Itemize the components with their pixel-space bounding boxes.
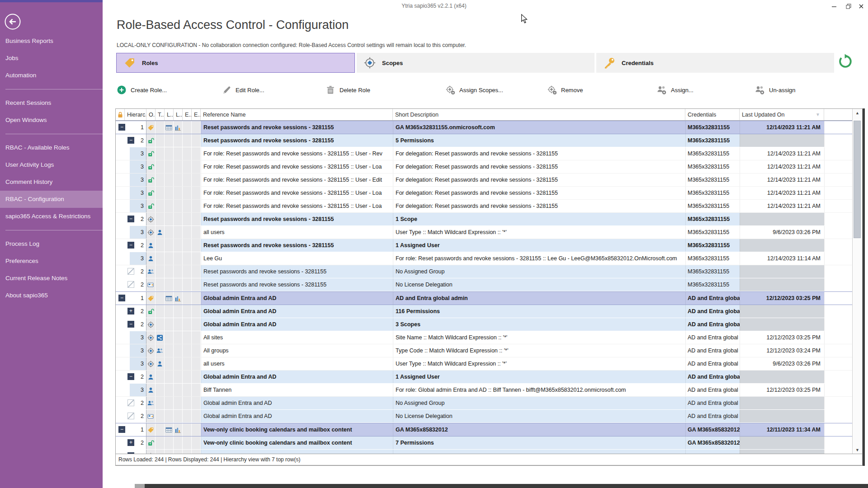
table-row[interactable]: −1Reset passwords and revoke sessions - …: [116, 121, 853, 134]
chart-icon: [175, 124, 181, 131]
un-assign-button[interactable]: Un-assign: [755, 81, 796, 99]
icon-cell: [156, 174, 165, 186]
tab-credentials[interactable]: Credentials: [596, 53, 834, 73]
collapse-button[interactable]: −: [127, 321, 134, 328]
header-lock-column[interactable]: [116, 109, 125, 120]
hierarchy-cell: −2: [116, 371, 146, 383]
sidebar-divider: [5, 230, 103, 230]
collapse-button[interactable]: −: [127, 373, 134, 380]
table-row[interactable]: 2Reset passwords and revoke sessions - 3…: [116, 265, 853, 278]
table-row[interactable]: +2Vew-only clinic booking calendars and …: [116, 436, 853, 450]
reference-name-cell: For role: Reset passwords and revoke ses…: [201, 200, 393, 212]
reference-name-cell: All groups: [201, 344, 393, 357]
empty-cell: [824, 239, 853, 252]
header-icon-column-4[interactable]: E...: [183, 109, 192, 120]
credentials-cell: M365x32831155: [685, 147, 740, 160]
table-row[interactable]: 3For role: Reset passwords and revoke se…: [116, 200, 853, 213]
expand-button[interactable]: +: [127, 439, 134, 446]
header-short-description[interactable]: Short Description: [393, 109, 685, 120]
table-row[interactable]: 2Reset passwords and revoke sessions - 3…: [116, 278, 853, 291]
table-row[interactable]: 2Global admin Entra and ADNo Assigned Gr…: [116, 397, 853, 410]
hierarchy-level: 2: [141, 278, 144, 291]
icon-cell: [192, 200, 201, 212]
header-icon-column-0[interactable]: O..: [146, 109, 156, 120]
reference-name-cell: Reset passwords and revoke sessions - 32…: [201, 213, 393, 225]
last-updated-cell: [740, 213, 824, 225]
remove-button[interactable]: Remove: [547, 81, 583, 99]
table-row[interactable]: 3all usersUser Type :: Match Wildcard Ex…: [116, 357, 853, 371]
table-row[interactable]: −2Reset passwords and revoke sessions - …: [116, 239, 853, 252]
table-row[interactable]: 3Biff TannenFor role: Global admin Entra…: [116, 384, 853, 397]
table-row[interactable]: 3All sitesSite Name :: Match Wildcard Ex…: [116, 331, 853, 344]
lock-open-icon: [147, 150, 154, 157]
sidebar-item-about-sapio365[interactable]: About sapio365: [0, 287, 103, 304]
table-row[interactable]: −2Global admin Entra and AD1 Assigned Us…: [116, 371, 853, 384]
delete-role-button[interactable]: Delete Role: [326, 81, 370, 99]
table-row[interactable]: 3all usersUser Type :: Match Wildcard Ex…: [116, 226, 853, 239]
last-updated-cell: [740, 397, 824, 409]
vertical-scrollbar[interactable]: ▲ ▼: [852, 109, 862, 454]
table-row[interactable]: 3All groupsType Code :: Match Wildcard E…: [116, 344, 853, 357]
minimize-button[interactable]: [827, 1, 841, 12]
tab-scopes[interactable]: Scopes: [357, 53, 594, 73]
header-icon-column-5[interactable]: E...: [192, 109, 201, 120]
header-last-updated-on[interactable]: Last Updated On▼: [740, 109, 824, 120]
sidebar-item-user-activity-logs[interactable]: User Activity Logs: [0, 156, 103, 174]
close-button[interactable]: [854, 1, 868, 12]
sidebar-item-preferences[interactable]: Preferences: [0, 253, 103, 270]
sidebar-item-business-reports[interactable]: Business Reports: [0, 33, 103, 50]
sidebar-item-sapio365-access-restrictions[interactable]: sapio365 Access & Restrictions: [0, 208, 103, 225]
collapse-button[interactable]: −: [127, 242, 134, 249]
table-row[interactable]: 3For role: Reset passwords and revoke se…: [116, 174, 853, 187]
scroll-down-icon[interactable]: ▼: [853, 446, 862, 454]
table-row[interactable]: 3For role: Reset passwords and revoke se…: [116, 187, 853, 200]
sidebar-top-strip: [0, 0, 103, 2]
reference-name-cell: For role: Reset passwords and revoke ses…: [201, 160, 393, 173]
assign-scopes-button[interactable]: Assign Scopes...: [445, 81, 503, 99]
remove-scope-icon: [547, 85, 557, 95]
header-icon-column-1[interactable]: T...: [156, 109, 165, 120]
header-icon-column-2[interactable]: L...: [165, 109, 174, 120]
table-row[interactable]: −2Reset passwords and revoke sessions - …: [116, 213, 853, 226]
refresh-button[interactable]: [838, 54, 853, 69]
collapse-button[interactable]: −: [118, 295, 125, 301]
tab-roles[interactable]: Roles: [116, 53, 355, 73]
sidebar-item-comment-history[interactable]: Comment History: [0, 174, 103, 191]
collapse-button[interactable]: −: [127, 216, 134, 222]
create-role-button[interactable]: Create Role...: [117, 81, 167, 99]
hierarchy-cell: 2: [116, 278, 146, 291]
scrollbar-thumb[interactable]: [854, 121, 861, 238]
table-row[interactable]: 3Lee GuFor role: Reset passwords and rev…: [116, 252, 853, 265]
table-row[interactable]: +2Global admin Entra and AD116 Permissio…: [116, 305, 853, 318]
header-icon-column-3[interactable]: L...: [174, 109, 183, 120]
icon-cell: [156, 252, 165, 265]
toolbar: Create Role...Edit Role...Delete RoleAss…: [0, 81, 868, 99]
sidebar-item-open-windows[interactable]: Open Windows: [0, 112, 103, 129]
header-reference-name[interactable]: Reference Name: [201, 109, 393, 120]
expand-button[interactable]: +: [127, 308, 134, 314]
scroll-up-icon[interactable]: ▲: [853, 109, 862, 117]
sidebar-item-current-release-notes[interactable]: Current Release Notes: [0, 270, 103, 287]
sidebar-item-process-log[interactable]: Process Log: [0, 235, 103, 253]
sidebar-item-rbac-available-roles[interactable]: RBAC - Available Roles: [0, 139, 103, 156]
edit-role-button[interactable]: Edit Role...: [222, 81, 264, 99]
assign-button[interactable]: Assign...: [657, 81, 693, 99]
back-button[interactable]: [4, 13, 22, 31]
table-row[interactable]: −2Reset passwords and revoke sessions - …: [116, 134, 853, 147]
collapse-button[interactable]: −: [127, 137, 134, 144]
short-description-cell: For delegation: Reset passwords and revo…: [393, 160, 685, 173]
maximize-button[interactable]: [842, 1, 855, 12]
collapse-button[interactable]: −: [118, 426, 125, 433]
header-hierarchy-column[interactable]: Hierarc...: [125, 109, 146, 120]
table-row[interactable]: −1Global admin Entra and ADAD and Entra …: [116, 291, 853, 305]
sidebar-item-rbac-configuration[interactable]: RBAC - Configuration: [0, 191, 103, 208]
collapse-button[interactable]: −: [118, 124, 125, 131]
table-row[interactable]: −1Vew-only clinic booking calendars and …: [116, 423, 853, 436]
icon-cell: [156, 318, 165, 331]
table-row[interactable]: −2Global admin Entra and AD3 ScopesAD an…: [116, 318, 853, 331]
header-credentials[interactable]: Credentials: [685, 109, 740, 120]
table-row[interactable]: 3For role: Reset passwords and revoke se…: [116, 147, 853, 160]
sidebar-item-jobs[interactable]: Jobs: [0, 50, 103, 67]
table-row[interactable]: 2Global admin Entra and ADNo License Del…: [116, 410, 853, 423]
table-row[interactable]: 3For role: Reset passwords and revoke se…: [116, 160, 853, 174]
